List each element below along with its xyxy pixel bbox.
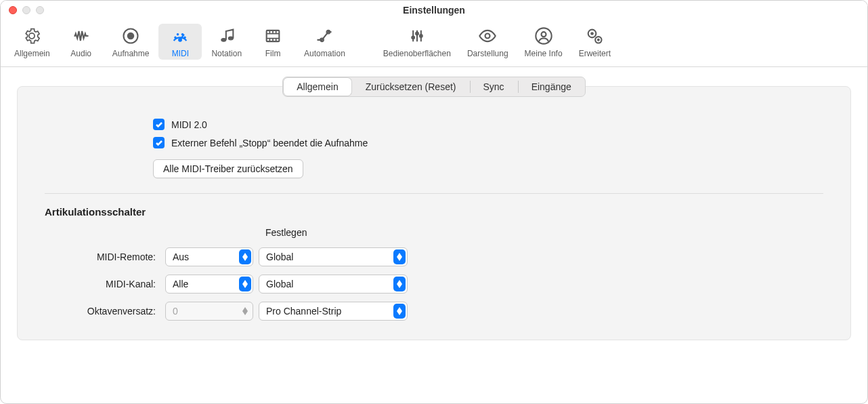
svg-point-25 xyxy=(416,32,419,35)
toolbar-label: Notation xyxy=(211,49,242,58)
svg-point-26 xyxy=(419,35,422,38)
user-circle-icon xyxy=(534,26,553,47)
segment-inputs[interactable]: Eingänge xyxy=(518,77,585,96)
content-area: Allgemein Zurücksetzen (Reset) Sync Eing… xyxy=(1,67,867,357)
updown-icon xyxy=(239,277,251,291)
toolbar-notation[interactable]: Notation xyxy=(204,24,248,60)
toolbar-label: Meine Info xyxy=(525,49,563,58)
window-title: Einstellungen xyxy=(1,5,867,16)
svg-point-31 xyxy=(591,33,594,35)
svg-point-24 xyxy=(412,36,415,39)
segment-sync[interactable]: Sync xyxy=(470,77,518,96)
toolbar-label: Allgemein xyxy=(14,49,50,58)
select-value: Global xyxy=(266,251,293,262)
updown-icon xyxy=(393,249,406,264)
toolbar-automation[interactable]: Automation xyxy=(297,24,352,60)
segment-label: Zurücksetzen (Reset) xyxy=(366,81,456,92)
checkmark-icon xyxy=(155,139,163,147)
checkbox-midi20-row: MIDI 2.0 xyxy=(153,119,823,130)
preferences-window: Einstellungen Allgemein Audio Aufnahme xyxy=(0,0,868,404)
maximize-button[interactable] xyxy=(36,6,44,14)
gears-icon xyxy=(585,26,604,47)
updown-icon xyxy=(393,277,406,291)
toolbar-advanced[interactable]: Erweitert xyxy=(572,24,617,60)
close-button[interactable] xyxy=(9,6,17,14)
toolbar-display[interactable]: Darstellung xyxy=(460,24,515,60)
label-midi-remote: MIDI-Remote: xyxy=(45,251,160,262)
minimize-button[interactable] xyxy=(22,6,30,14)
select-value: Pro Channel-Strip xyxy=(266,306,341,317)
checkbox-externalstop-label: Externer Befehl „Stopp“ beendet die Aufn… xyxy=(171,138,368,148)
svg-point-29 xyxy=(541,32,546,37)
select-midi-channel-scope[interactable]: Global xyxy=(259,275,408,294)
checkbox-externalstop[interactable] xyxy=(153,137,165,148)
select-octave-offset-value: 0 xyxy=(165,302,253,321)
label-octave-offset: Oktavenversatz: xyxy=(45,306,160,317)
checkbox-midi20[interactable] xyxy=(153,119,165,130)
column-header-festlegen: Festlegen xyxy=(259,227,408,239)
toolbar-label: Bedienoberflächen xyxy=(383,49,451,58)
toolbar-surfaces[interactable]: Bedienoberflächen xyxy=(376,24,458,60)
segmented-control: Allgemein Zurücksetzen (Reset) Sync Eing… xyxy=(282,77,586,97)
updown-icon xyxy=(393,304,406,319)
toolbar-myinfo[interactable]: Meine Info xyxy=(518,24,569,60)
segment-label: Sync xyxy=(483,81,504,92)
automation-icon xyxy=(315,26,334,47)
gear-icon xyxy=(22,26,41,47)
film-icon xyxy=(263,26,282,47)
select-value: Global xyxy=(266,279,293,289)
segment-label: Allgemein xyxy=(297,81,338,92)
toolbar-label: MIDI xyxy=(172,49,189,58)
svg-point-6 xyxy=(182,34,183,35)
select-value: 0 xyxy=(173,306,178,317)
toolbar-film[interactable]: Film xyxy=(251,24,295,60)
segmented-row: Allgemein Zurücksetzen (Reset) Sync Eing… xyxy=(18,77,850,97)
select-value: Aus xyxy=(173,251,189,262)
notes-icon xyxy=(217,26,236,47)
svg-point-27 xyxy=(485,34,490,39)
traffic-lights xyxy=(9,6,44,14)
toolbar-general[interactable]: Allgemein xyxy=(7,24,57,60)
checkbox-externalstop-row: Externer Befehl „Stopp“ beendet die Aufn… xyxy=(153,137,823,148)
checkbox-midi20-label: MIDI 2.0 xyxy=(171,119,207,130)
toolbar-label: Erweitert xyxy=(579,49,611,58)
segment-label: Eingänge xyxy=(531,81,571,92)
toolbar-midi[interactable]: MIDI xyxy=(158,24,202,60)
toolbar-label: Aufnahme xyxy=(112,49,150,58)
gauge-icon xyxy=(171,26,190,47)
updown-icon xyxy=(239,304,251,319)
svg-point-7 xyxy=(184,37,186,38)
settings-panel: Allgemein Zurücksetzen (Reset) Sync Eing… xyxy=(17,86,851,340)
record-icon xyxy=(121,26,140,47)
articulation-title: Artikulationsschalter xyxy=(45,206,823,218)
toolbar-label: Automation xyxy=(304,49,345,58)
toolbar-label: Darstellung xyxy=(467,49,508,58)
segment-reset[interactable]: Zurücksetzen (Reset) xyxy=(352,77,470,96)
svg-point-1 xyxy=(127,33,133,39)
svg-point-28 xyxy=(536,28,551,43)
form-area: MIDI 2.0 Externer Befehl „Stopp“ beendet… xyxy=(18,97,850,321)
select-octave-offset-scope[interactable]: Pro Channel-Strip xyxy=(259,302,408,321)
button-label: Alle MIDI-Treiber zurücksetzen xyxy=(163,163,293,174)
titlebar: Einstellungen xyxy=(1,1,867,20)
label-midi-channel: MIDI-Kanal: xyxy=(45,279,160,289)
segment-allgemein[interactable]: Allgemein xyxy=(284,78,351,96)
toolbar-label: Film xyxy=(265,49,281,58)
svg-point-33 xyxy=(598,39,600,41)
articulation-grid: Festlegen MIDI-Remote: Aus Global xyxy=(45,227,823,321)
sliders-icon xyxy=(408,26,427,47)
select-value: Alle xyxy=(173,279,188,289)
divider xyxy=(45,193,823,194)
eye-icon xyxy=(478,26,497,47)
select-midi-remote-value[interactable]: Aus xyxy=(165,247,253,266)
select-midi-remote-scope[interactable]: Global xyxy=(259,247,408,266)
select-midi-channel-value[interactable]: Alle xyxy=(165,275,253,294)
svg-point-5 xyxy=(177,34,179,35)
toolbar: Allgemein Audio Aufnahme MIDI Notation xyxy=(1,20,867,67)
toolbar-audio[interactable]: Audio xyxy=(60,24,103,60)
reset-midi-drivers-button[interactable]: Alle MIDI-Treiber zurücksetzen xyxy=(153,159,303,178)
svg-point-4 xyxy=(175,37,176,38)
toolbar-record[interactable]: Aufnahme xyxy=(106,24,156,60)
waveform-icon xyxy=(72,26,91,47)
updown-icon xyxy=(239,249,251,264)
